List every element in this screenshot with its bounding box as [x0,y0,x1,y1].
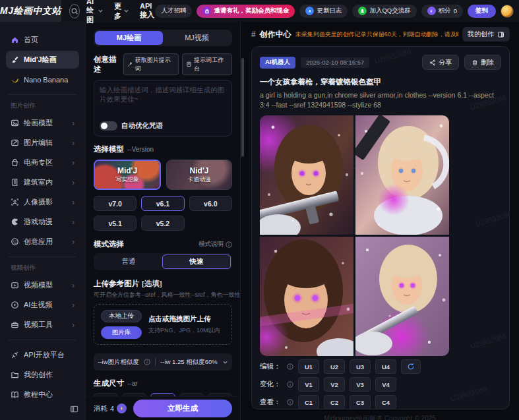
version-v7.0[interactable]: v7.0 [94,196,137,211]
bolt-icon [117,404,127,413]
cost-value: 4 [110,405,114,413]
nav-api[interactable]: API接入 [140,2,155,20]
invite-button[interactable]: 邀请有礼，奖励会员和现金 [197,5,295,18]
share-button[interactable]: 分享 [422,55,459,70]
sidebar-item-nano-banana[interactable]: Nano Banana [6,71,79,88]
get-image-prompt-button[interactable]: 获取图片提示词 [123,53,179,75]
size-param: --ar [127,380,138,387]
search-icon [71,7,78,15]
view-c2-button[interactable]: C2 [324,395,345,409]
top-nav: AI绘图 更多 API接入 [86,0,155,25]
qq-group-button[interactable]: 加入QQ交流群 [352,5,416,18]
divider [9,94,76,95]
variation-v2-button[interactable]: V2 [324,377,345,392]
sidebar-item-architecture[interactable]: 建筑室内› [6,173,79,191]
button-label: 获取图片提示词 [135,56,175,73]
generated-image-1[interactable] [260,115,353,235]
sidebar-label: 游戏动漫 [24,217,67,227]
reroll-button[interactable] [401,359,421,374]
version-v5.1[interactable]: v5.1 [94,216,137,231]
sidebar-label: 首页 [24,35,75,45]
search-button[interactable] [69,4,80,18]
model-card-midj[interactable]: Mid'J 写实想象 [94,160,161,190]
brush-icon [11,55,19,64]
changelog-button[interactable]: 更新日志 [299,5,348,18]
sidebar-collapse-button[interactable] [70,404,78,413]
version-v6.0[interactable]: v6.0 [189,196,232,211]
tab-mj-draw[interactable]: MJ绘画 [95,31,163,45]
my-creations-button[interactable]: 我的创作 [462,27,510,42]
version-v5.2[interactable]: v5.2 [141,216,184,231]
generated-image-3[interactable] [260,237,353,356]
delete-label: 删除 [481,58,494,67]
mode-help[interactable]: 模式说明 [198,240,232,249]
model-cards: Mid'J 写实想象 Nid'J 卡通动漫 [94,160,232,190]
info-icon[interactable] [287,399,293,405]
points-value: 0 [454,7,457,15]
chevron-right-icon: › [72,158,75,167]
site-logo[interactable]: MJ绘画中文站 [0,0,61,22]
sidebar-item-game-anime[interactable]: 游戏动漫› [6,213,79,231]
sidebar-item-home[interactable]: 首页 [6,31,79,49]
upscale-u2-button[interactable]: U2 [324,359,345,374]
top-bar: MJ绘画中文站 AI绘图 更多 API接入 人才招聘 邀请有礼，奖励会员和现金 … [0,0,519,22]
view-c4-button[interactable]: C4 [375,395,396,409]
nav-more[interactable]: 更多 [114,1,129,21]
mode-normal[interactable]: 普通 [95,255,162,269]
points-pill[interactable]: 积分 0 [421,5,463,18]
auto-optimize-toggle[interactable] [100,121,117,131]
creation-center-panel: # 创作中心 未采集到画夹里的创作记录只保留60天，到期自动删除，请及时采集到画… [241,22,519,420]
sidebar-item-portrait[interactable]: 人像摄影› [6,193,79,211]
sidebar-item-ecommerce[interactable]: 电商专区› [6,154,79,171]
upload-dropzone[interactable]: 本地上传 图片库 点击或拖拽图片上传 支持PNG、JPG，10M以内 [94,304,232,345]
panel-layout-icon [497,31,504,38]
variation-v3-button[interactable]: V3 [350,377,371,392]
upscale-u1-button[interactable]: U1 [298,359,319,374]
sidebar-item-video-models[interactable]: 视频模型› [6,276,79,294]
upscale-u3-button[interactable]: U3 [350,359,371,374]
variation-v4-button[interactable]: V4 [375,377,396,392]
prompt-textarea[interactable] [100,86,226,119]
nav-ai-draw[interactable]: AI绘图 [86,0,104,25]
generate-button[interactable]: 立即生成 [133,400,232,417]
view-c3-button[interactable]: C3 [350,395,371,409]
checkin-button[interactable]: 签到 [468,5,496,18]
divider [155,358,156,366]
sidebar-item-tutorials[interactable]: 教程中心 [6,386,79,404]
jobs-button[interactable]: 人才招聘 [155,5,192,18]
timestamp: 2026-02-10 08:16:57 [301,57,369,68]
prompt-english: a girl is holding a gun,in chrome silver… [260,90,497,110]
sidebar-label: 电商专区 [24,158,67,167]
image-library-button[interactable]: 图片库 [101,326,142,339]
tab-mj-video[interactable]: MJ视频 [163,31,231,45]
upscale-u4-button[interactable]: U4 [375,359,396,374]
sidebar-item-ai-video[interactable]: AI生视频› [6,296,79,314]
info-icon[interactable] [287,381,293,388]
sidebar-item-image-edit[interactable]: 图片编辑› [6,134,79,152]
model-card-nidj[interactable]: Nid'J 卡通动漫 [166,160,232,190]
info-icon[interactable] [287,363,293,370]
prompt-chinese: 一个女孩拿着枪，穿着镀铬银色盔甲 [260,77,501,87]
scrollbar[interactable] [241,58,244,157]
local-upload-button[interactable]: 本地上传 [101,310,142,322]
view-c1-button[interactable]: C1 [298,395,319,409]
version-v6.1[interactable]: v6.1 [141,196,184,211]
mode-tabs: MJ绘画 MJ视频 [94,30,232,46]
user-avatar[interactable] [501,5,514,18]
delete-button[interactable]: 删除 [464,55,501,70]
iw-similarity-bar[interactable]: --iw图片相似度 --iw 1.25 相似度60% [94,353,232,371]
variation-v1-button[interactable]: V1 [298,377,319,392]
sidebar-item-creative-apps[interactable]: 创意应用› [6,233,79,251]
generated-image-4[interactable] [355,237,449,356]
portrait-camera-icon [11,198,19,206]
sidebar-item-my-creations[interactable]: 我的创作 [6,366,79,384]
prompt-workbench-button[interactable]: 提示词工作台 [182,53,232,75]
sidebar-item-video-tools[interactable]: 视频工具› [6,316,79,334]
sidebar-item-draw-models[interactable]: 绘画模型› [6,114,79,132]
mode-fast[interactable]: 快速 [162,255,231,269]
sidebar-item-api-platform[interactable]: API开放平台 [6,346,79,364]
generated-image-2[interactable] [355,115,449,235]
banana-icon [11,75,19,84]
sidebar-item-midj-draw[interactable]: Mid'J绘画 [6,51,79,69]
edit-image-icon [11,138,19,147]
